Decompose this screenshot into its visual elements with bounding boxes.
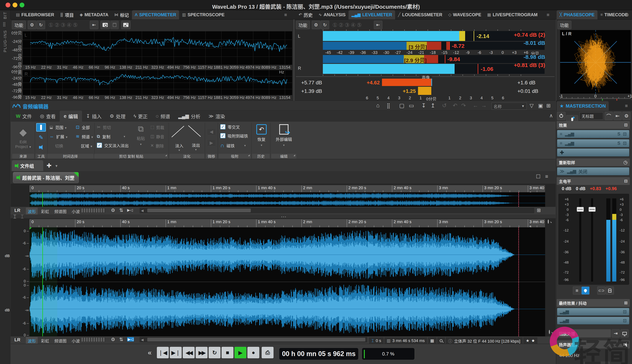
status-file-length[interactable]: 3 mn 46 s 534 ms xyxy=(384,337,428,344)
settings-gear-icon[interactable] xyxy=(312,21,320,29)
add-effect-button[interactable] xyxy=(557,148,629,156)
link-faders-icon[interactable] xyxy=(597,286,605,294)
overview-zoom-slider[interactable] xyxy=(81,208,105,213)
true-peak-button[interactable] xyxy=(581,286,589,294)
file-tab[interactable]: 超兽武装 - 陈洁丽、刘罡 xyxy=(13,172,79,183)
name-dropdown[interactable]: 名称 xyxy=(492,103,527,110)
effect-slot-1[interactable]: S xyxy=(557,130,629,138)
tab-标记[interactable]: ⋈标记 xyxy=(111,10,132,20)
main-zoom-slider[interactable] xyxy=(81,338,105,342)
mono-mix-icon[interactable] xyxy=(573,286,581,294)
expand-group-icon[interactable] xyxy=(248,154,250,156)
preset-slot-icons[interactable]: ①②③④⑤ xyxy=(332,22,363,28)
scroll-left-icon[interactable] xyxy=(141,208,144,213)
tab-filebrowser[interactable]: ▤FILEBROWSER xyxy=(13,10,57,20)
mastersection-tab[interactable]: MASTERSECTION xyxy=(557,101,609,111)
view-mode-4[interactable]: 小波 xyxy=(70,208,82,215)
go-to-start-button[interactable] xyxy=(157,347,169,358)
status-shortcuts-button[interactable] xyxy=(428,337,437,344)
rail-grid-icon[interactable] xyxy=(3,22,6,27)
nudge-left-button[interactable] xyxy=(207,128,216,135)
view-mode-2[interactable]: 彩虹 xyxy=(39,337,51,344)
toggle-button[interactable]: 切换 xyxy=(55,143,63,148)
tab-spectroscope[interactable]: ▥SPECTROSCOPE xyxy=(179,10,228,20)
masterlevel-section-header[interactable]: 主电平 xyxy=(557,177,630,185)
tab-phasescope[interactable]: ╳PHASESCOPE xyxy=(557,10,597,20)
tab-analysis[interactable]: ∿ANALYSIS xyxy=(315,10,348,20)
view-mode-1[interactable]: 波形 xyxy=(26,337,38,344)
record-button[interactable] xyxy=(247,347,260,358)
tab-编辑[interactable]: e编辑 xyxy=(60,110,82,122)
render-button[interactable]: 渲染 xyxy=(584,362,610,364)
cut-button[interactable]: 剪切 xyxy=(97,124,111,130)
tab-wavescope[interactable]: ◇WAVESCOPE xyxy=(445,10,484,20)
tab-metadata[interactable]: ◆METADATA xyxy=(77,10,111,20)
edit-cursor-icon[interactable] xyxy=(13,214,17,220)
master-power-button[interactable] xyxy=(557,112,565,120)
overview-scrollbar[interactable] xyxy=(140,208,534,213)
trim-button[interactable]: 剪裁 xyxy=(150,124,164,130)
resample-section-header[interactable]: 重新取样 xyxy=(557,158,630,166)
play-tool-button[interactable] xyxy=(36,143,46,152)
follow-playback-icon[interactable] xyxy=(127,337,134,342)
delete-button[interactable]: 删除 xyxy=(150,143,164,148)
chevron-down-icon[interactable] xyxy=(55,164,58,168)
mute-button[interactable]: 静音 xyxy=(150,134,164,139)
collapse-transport-icon[interactable] xyxy=(148,349,151,356)
tab-options-icon[interactable] xyxy=(625,103,628,109)
crossfade-checkbox[interactable]: 交叉淡入淡出 xyxy=(97,142,129,148)
effects-section-header[interactable]: 效果 xyxy=(557,121,630,129)
collapse-ribbon-icon[interactable] xyxy=(549,112,553,119)
tab-文件[interactable]: W文件 xyxy=(12,110,36,122)
copy-button[interactable]: 复制 xyxy=(97,134,125,139)
rail-plugins-tab[interactable]: PLUG-INS xyxy=(3,30,8,52)
settings-gear-icon[interactable] xyxy=(111,208,115,213)
back-to-start-icon[interactable] xyxy=(374,21,382,29)
tab-timecode[interactable]: ≡TIMECODE xyxy=(597,10,631,20)
magnet-button[interactable]: 磁铁 xyxy=(220,142,246,148)
tab-options-icon[interactable] xyxy=(284,12,287,18)
scrollbar-thumb[interactable] xyxy=(147,208,251,212)
rewind-button[interactable] xyxy=(182,347,195,358)
extend-button[interactable]: 扩展 xyxy=(50,134,67,139)
phasescope-display[interactable]: L / R xyxy=(560,30,631,94)
settings-gear-icon[interactable] xyxy=(111,337,115,342)
loop-button[interactable] xyxy=(208,347,221,358)
restore-button[interactable]: 恢复 xyxy=(254,124,269,147)
layout-icon[interactable] xyxy=(546,103,550,109)
overview-ruler[interactable]: 020 s40 s1 mn1 mn 20 s1 mn 40 s2 mn2 mn … xyxy=(30,185,545,192)
spectrum-chart-right[interactable]: R xyxy=(23,70,292,95)
stop-button[interactable] xyxy=(221,347,234,358)
progress-display[interactable]: 0.7 % xyxy=(362,348,415,360)
play-button[interactable] xyxy=(234,347,247,358)
spectrum-chart-left[interactable]: L xyxy=(23,31,292,65)
fader-handle-right[interactable] xyxy=(588,207,596,212)
main-ruler[interactable]: 020 s40 s1 mn1 mn 20 s1 mn 40 s2 mn2 mn … xyxy=(30,219,545,228)
new-file-icon[interactable] xyxy=(399,102,404,109)
status-cursor-position[interactable]: 0 s xyxy=(369,337,384,344)
tab-更正[interactable]: ϟ更正 xyxy=(130,110,152,122)
undo-icon[interactable] xyxy=(453,102,457,109)
zoom-icon[interactable] xyxy=(548,220,549,224)
view-mode-3[interactable]: 频谱图 xyxy=(53,208,68,215)
main-waveform[interactable] xyxy=(30,228,545,336)
fade-in-button[interactable]: 淡入 xyxy=(172,125,187,153)
follow-playback-icon[interactable] xyxy=(127,208,133,212)
open-file-icon[interactable] xyxy=(409,102,414,109)
reset-icon[interactable] xyxy=(321,21,329,29)
status-favorites[interactable] xyxy=(523,337,538,344)
final-effect-slot-2[interactable] xyxy=(557,317,629,324)
status-file-format[interactable]: 立体声 32 位 F 44 100 Hz [128 kbps] xyxy=(445,337,523,344)
delete-snapshot-icon[interactable] xyxy=(110,21,119,29)
insert-playback-icon[interactable] xyxy=(612,329,620,338)
rail-bit-tab[interactable]: BIT xyxy=(3,12,8,19)
redo-icon[interactable] xyxy=(461,102,466,109)
tab-options-icon[interactable] xyxy=(547,12,549,18)
tab-插入[interactable]: ↧插入 xyxy=(82,110,106,122)
revert-icon[interactable] xyxy=(442,102,447,109)
resample-slot[interactable]: 关闭 xyxy=(557,167,629,175)
view-mode-1[interactable]: 波形 xyxy=(26,208,38,215)
time-display[interactable]: 00 h 00 mn 05 s 962 ms xyxy=(279,348,358,360)
channels-button[interactable]: 频道 xyxy=(76,134,93,139)
snapshot-camera-icon[interactable] xyxy=(101,21,110,29)
